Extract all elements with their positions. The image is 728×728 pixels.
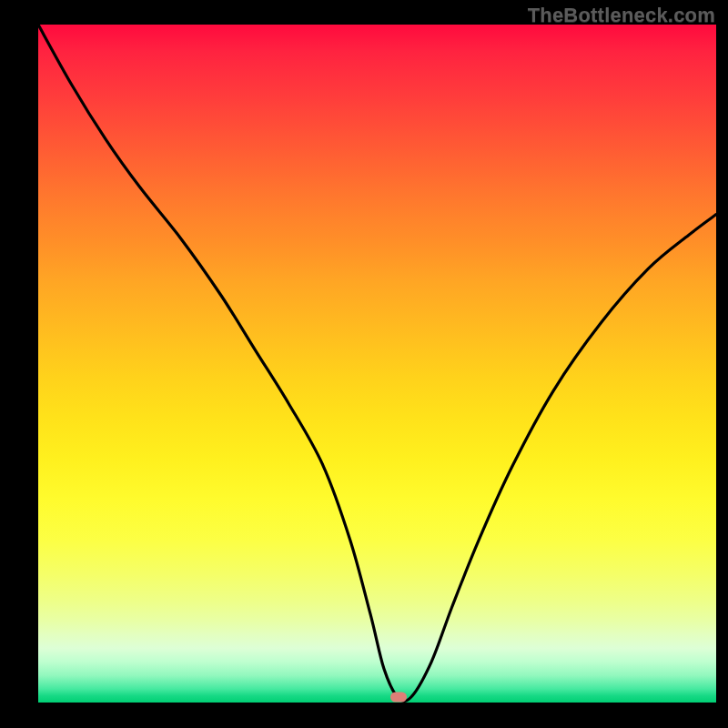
- chart-frame: TheBottleneck.com: [0, 0, 728, 728]
- watermark-text: TheBottleneck.com: [528, 4, 715, 27]
- plot-area: [38, 25, 716, 703]
- minimum-marker: [390, 693, 407, 703]
- bottleneck-curve: [38, 25, 716, 703]
